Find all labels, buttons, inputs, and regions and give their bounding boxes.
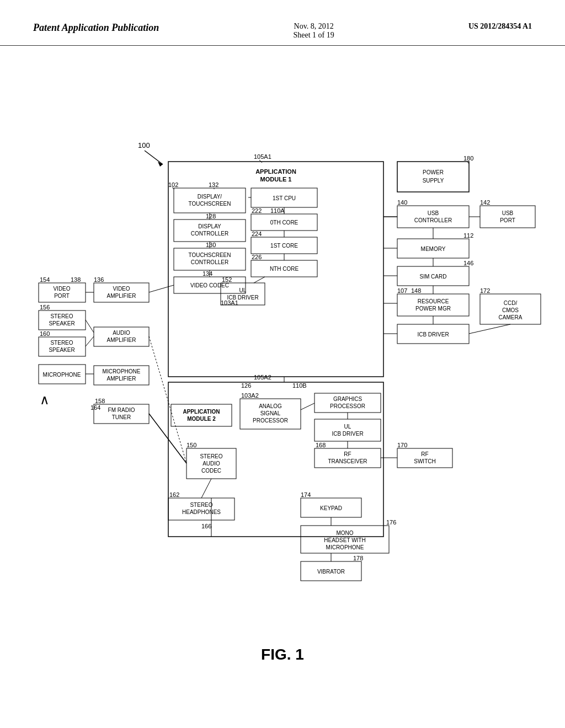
publication-title: Patent Application Publication bbox=[33, 22, 159, 34]
svg-rect-38 bbox=[171, 404, 232, 426]
svg-text:AUDIO: AUDIO bbox=[202, 461, 220, 467]
ref-162: 162 bbox=[169, 491, 179, 498]
svg-text:CODEC: CODEC bbox=[201, 468, 221, 474]
svg-line-99 bbox=[201, 479, 211, 498]
svg-text:CONTROLLER: CONTROLLER bbox=[191, 259, 228, 265]
page-header: Patent Application Publication Nov. 8, 2… bbox=[0, 0, 565, 46]
stereo-headphones-label: STEREO bbox=[190, 502, 212, 508]
ref-134: 134 bbox=[202, 270, 212, 277]
svg-text:TUNER: TUNER bbox=[112, 414, 131, 420]
svg-text:SPEAKER: SPEAKER bbox=[49, 320, 74, 326]
ref-103a2: 103A2 bbox=[241, 392, 259, 399]
svg-text:SPEAKER: SPEAKER bbox=[49, 347, 74, 353]
svg-text:HEADPHONES: HEADPHONES bbox=[182, 509, 221, 515]
ref-176: 176 bbox=[386, 519, 396, 526]
svg-text:PROCESSOR: PROCESSOR bbox=[253, 417, 288, 424]
ref-136: 136 bbox=[94, 276, 104, 283]
ref-105a1: 105A1 bbox=[254, 153, 271, 160]
ref-112: 112 bbox=[463, 232, 473, 239]
microphone-amplifier-label: MICROPHONE bbox=[103, 368, 141, 374]
vibrator-label: VIBRATOR bbox=[317, 569, 345, 575]
svg-text:MICROPHONE: MICROPHONE bbox=[326, 544, 364, 550]
ref-110b: 110B bbox=[292, 382, 307, 389]
ref-224: 224 bbox=[252, 231, 262, 237]
ref-110a: 110A bbox=[270, 207, 285, 214]
ref-126: 126 bbox=[241, 382, 251, 389]
stereo-speaker-2-label: STEREO bbox=[50, 340, 73, 346]
svg-text:AMPLIFIER: AMPLIFIER bbox=[107, 337, 136, 343]
header-date-sheet: Nov. 8, 2012 Sheet 1 of 19 bbox=[293, 22, 334, 40]
svg-text:SWITCH: SWITCH bbox=[414, 458, 435, 464]
svg-text:PORT: PORT bbox=[54, 293, 70, 299]
svg-line-84 bbox=[149, 285, 174, 292]
rf-switch-label: RF bbox=[421, 451, 428, 457]
app-module-1-label: APPLICATION bbox=[255, 168, 296, 175]
ref-170: 170 bbox=[397, 442, 407, 448]
ref-103a1: 103A1 bbox=[221, 299, 238, 306]
svg-text:AMPLIFIER: AMPLIFIER bbox=[107, 293, 136, 299]
microphone-symbol: ∧ bbox=[40, 392, 50, 407]
ref-105a2: 105A2 bbox=[254, 374, 271, 381]
ref-172: 172 bbox=[480, 287, 490, 294]
usb-port-label: USB bbox=[502, 210, 514, 216]
display-controller-label: DISPLAY bbox=[198, 223, 221, 229]
ref-138: 138 bbox=[71, 276, 81, 283]
ul-icb-driver-1-label: UL bbox=[239, 287, 247, 293]
svg-line-89 bbox=[254, 277, 265, 283]
mono-headset-label: MONO bbox=[336, 530, 353, 536]
ref-168: 168 bbox=[316, 442, 326, 448]
ref-132: 132 bbox=[209, 181, 218, 188]
ref-180: 180 bbox=[463, 155, 473, 162]
resource-power-mgr-label: RESOURCE bbox=[418, 298, 449, 304]
keypad-label: KEYPAD bbox=[320, 505, 342, 511]
svg-text:TRANSCEIVER: TRANSCEIVER bbox=[328, 458, 367, 464]
zeroth-core-label: 0TH CORE bbox=[270, 220, 299, 226]
ref-226: 226 bbox=[252, 254, 262, 260]
svg-text:ICB DRIVER: ICB DRIVER bbox=[332, 431, 363, 437]
stereo-audio-codec-label: STEREO bbox=[200, 453, 222, 459]
diagram-area: 100 105A1 APPLICATION MODULE 1 DISPLAY/ … bbox=[0, 46, 565, 697]
ref-107: 107 bbox=[397, 287, 407, 294]
svg-line-94 bbox=[469, 324, 510, 334]
ref-128: 128 bbox=[206, 213, 216, 220]
svg-line-71 bbox=[86, 320, 94, 333]
ref-102: 102 bbox=[168, 181, 178, 188]
patent-number: US 2012/284354 A1 bbox=[468, 22, 532, 31]
ref-150: 150 bbox=[186, 442, 196, 448]
ref-100: 100 bbox=[138, 141, 150, 149]
usb-controller-label: USB bbox=[428, 210, 439, 216]
fm-radio-tuner-label: FM RADIO bbox=[108, 407, 135, 413]
audio-amplifier-label: AUDIO bbox=[113, 330, 130, 336]
ul-icb-driver-2-label: UL bbox=[344, 424, 351, 430]
rf-transceiver-label: RF bbox=[344, 451, 351, 457]
graphics-processor-label: GRAPHICS bbox=[333, 396, 363, 402]
svg-text:CMOS: CMOS bbox=[502, 307, 519, 313]
ref-154: 154 bbox=[40, 276, 50, 283]
svg-text:PORT: PORT bbox=[500, 217, 515, 223]
svg-rect-45 bbox=[315, 419, 381, 441]
stereo-speaker-1-label: STEREO bbox=[50, 313, 73, 319]
svg-text:PROCESSOR: PROCESSOR bbox=[330, 403, 365, 409]
ref-178: 178 bbox=[353, 555, 363, 561]
svg-text:TOUCHSCREEN: TOUCHSCREEN bbox=[188, 201, 231, 207]
ref-160: 160 bbox=[40, 330, 50, 337]
video-port-label: VIDEO bbox=[53, 286, 70, 292]
microphone-label: MICROPHONE bbox=[43, 372, 81, 378]
ref-140: 140 bbox=[397, 199, 407, 206]
figure-label: FIG. 1 bbox=[261, 646, 304, 663]
ref-130: 130 bbox=[206, 242, 216, 248]
ref-156: 156 bbox=[40, 304, 50, 311]
svg-rect-24 bbox=[397, 206, 469, 228]
svg-line-0 bbox=[145, 151, 163, 164]
svg-line-100 bbox=[149, 414, 186, 463]
header-date: Nov. 8, 2012 bbox=[293, 22, 334, 31]
video-codec-label: VIDEO CODEC bbox=[190, 282, 229, 288]
video-amplifier-label: VIDEO bbox=[113, 286, 130, 292]
svg-text:MODULE 1: MODULE 1 bbox=[260, 176, 292, 183]
ref-142: 142 bbox=[480, 199, 490, 206]
power-supply-label: POWER bbox=[423, 169, 444, 175]
sim-card-label: SIM CARD bbox=[420, 274, 447, 280]
header-sheet: Sheet 1 of 19 bbox=[293, 31, 334, 40]
ref-174: 174 bbox=[301, 491, 311, 498]
svg-text:SUPPLY: SUPPLY bbox=[423, 178, 444, 184]
